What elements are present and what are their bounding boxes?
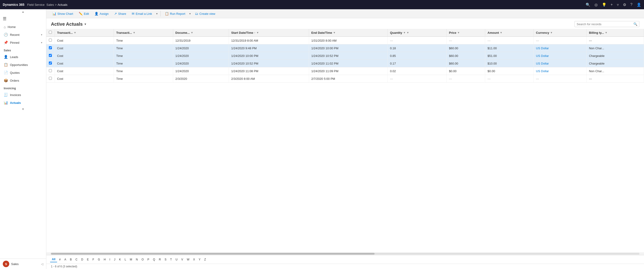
horizontal-scrollbar[interactable] <box>46 252 644 255</box>
row-checkbox[interactable] <box>49 77 52 80</box>
pagination-letter-P[interactable]: P <box>146 257 151 262</box>
row-checkbox[interactable] <box>49 69 52 72</box>
share-button[interactable]: ↗ Share <box>112 11 128 17</box>
pagination-letter-F[interactable]: F <box>90 257 96 262</box>
filter-icon[interactable]: ▼ <box>256 31 259 34</box>
pagination-letter-R[interactable]: R <box>157 257 163 262</box>
app-logo[interactable]: Dynamics 365 <box>3 3 24 6</box>
sidebar-item-leads[interactable]: 👤 Leads <box>0 53 46 61</box>
pagination-letter-G[interactable]: G <box>96 257 102 262</box>
sidebar-item-recent[interactable]: 🕐 Recent ▾ <box>0 31 46 39</box>
sidebar-item-quotes[interactable]: 📄 Quotes <box>0 69 46 77</box>
sidebar-item-actuals[interactable]: 📊 Actuals <box>0 99 46 107</box>
pagination-letter-All[interactable]: All <box>50 257 57 262</box>
sidebar-item-home[interactable]: ⌂ Home <box>0 23 46 31</box>
pagination-letter-K[interactable]: K <box>117 257 123 262</box>
sidebar-item-invoices[interactable]: 🧾 Invoices <box>0 91 46 99</box>
actuals-table: Transacti... ▼ Transacti... ▼ <box>46 29 644 83</box>
header-end-datetime: End Date/Time ▼ <box>309 29 388 36</box>
table-row[interactable]: Cost Time 1/24/2020 1/24/2020 10:00 PM 1… <box>46 52 644 60</box>
pagination-letter-B[interactable]: B <box>68 257 74 262</box>
pagination-letter-A[interactable]: A <box>62 257 68 262</box>
pagination-letter-M[interactable]: M <box>128 257 134 262</box>
sidebar-scroll-down[interactable]: ▼ <box>0 107 46 112</box>
table-row[interactable]: Cost Time 2/3/2020 2/3/2020 8:00 AM 2/7/… <box>46 75 644 83</box>
pagination-letter-O[interactable]: O <box>140 257 146 262</box>
billing-type-cell: --- <box>586 75 644 83</box>
gear-icon[interactable]: ⚙ <box>623 2 626 7</box>
filter-icon[interactable]: ▿ <box>617 2 619 7</box>
pagination-letter-T[interactable]: T <box>168 257 174 262</box>
filter-icon[interactable]: ▼ <box>133 31 136 34</box>
pagination-letter-E[interactable]: E <box>85 257 90 262</box>
search-box[interactable]: 🔍 <box>574 21 639 27</box>
filter-icon[interactable]: ▼ <box>605 31 608 34</box>
table-row[interactable]: Cost Time 1/24/2020 1/24/2020 9:48 PM 1/… <box>46 44 644 52</box>
email-link-button[interactable]: ✉ Email a Link <box>130 11 154 17</box>
pagination-letter-D[interactable]: D <box>80 257 85 262</box>
pagination-letter-V[interactable]: V <box>180 257 185 262</box>
pagination-letter-Y[interactable]: Y <box>197 257 202 262</box>
scroll-thumb[interactable] <box>51 253 374 255</box>
help-icon[interactable]: ? <box>630 2 632 7</box>
start-datetime-cell: 1/24/2020 10:00 PM <box>229 52 309 60</box>
pagination-letter-S[interactable]: S <box>163 257 168 262</box>
run-report-button[interactable]: 📋 Run Report <box>162 11 188 17</box>
billing-type-cell: Non Char... <box>586 67 644 75</box>
transaction-category-cell: Cost <box>55 44 114 52</box>
filter-icon[interactable]: ▼ <box>74 31 76 34</box>
sidebar-chevron-icon[interactable]: ◁ <box>41 262 43 266</box>
pagination-letter-I[interactable]: I <box>108 257 112 262</box>
bulb-icon[interactable]: 💡 <box>602 2 606 7</box>
filter-icon[interactable]: ▼ <box>457 31 460 34</box>
pagination-letter-W[interactable]: W <box>185 257 191 262</box>
table-row[interactable]: Cost Time 1/24/2020 1/24/2020 11:08 PM 1… <box>46 67 644 75</box>
filter-icon-2[interactable]: ▼ <box>406 31 409 34</box>
filter-icon[interactable]: ▼ <box>191 31 193 34</box>
select-all-checkbox[interactable] <box>49 31 52 34</box>
sidebar-item-opportunities[interactable]: 📋 Opportunities <box>0 61 46 69</box>
pagination-letter-L[interactable]: L <box>123 257 128 262</box>
row-checkbox[interactable] <box>49 61 52 64</box>
row-checkbox[interactable] <box>49 39 52 42</box>
pagination-letter-Z[interactable]: Z <box>202 257 208 262</box>
pagination-letter-N[interactable]: N <box>134 257 140 262</box>
user-icon[interactable]: 👤 <box>636 2 641 7</box>
sidebar-bottom: S Sales ◁ <box>0 259 46 269</box>
filter-icon[interactable]: ▼ <box>500 31 502 34</box>
app-name[interactable]: Field Service <box>27 3 44 6</box>
row-checkbox[interactable] <box>49 46 52 49</box>
target-icon[interactable]: ◎ <box>594 2 598 7</box>
assign-button[interactable]: 👤 Assign <box>92 11 111 17</box>
sidebar-item-orders[interactable]: 📦 Orders <box>0 77 46 84</box>
sort-asc-icon[interactable]: ↑ <box>254 31 256 34</box>
filter-icon[interactable]: ▼ <box>333 31 336 34</box>
row-checkbox-cell <box>46 44 55 52</box>
pagination-letter-C[interactable]: C <box>74 257 80 262</box>
run-report-chevron[interactable]: ▾ <box>188 11 192 16</box>
breadcrumb-sales[interactable]: Sales <box>46 3 54 6</box>
row-checkbox[interactable] <box>49 54 52 57</box>
billing-type-cell: Chargeable <box>586 60 644 67</box>
filter-icon[interactable]: ▼ <box>403 31 406 34</box>
more-button[interactable]: ▾ <box>155 11 158 16</box>
filter-icon[interactable]: ▼ <box>550 31 552 34</box>
plus-icon[interactable]: + <box>611 2 613 7</box>
sidebar-item-pinned[interactable]: 📌 Pinned ▾ <box>0 39 46 46</box>
table-row[interactable]: Cost Time 12/31/2019 12/31/2019 8:00 AM … <box>46 36 644 44</box>
sidebar-toggle[interactable]: ☰ <box>0 14 46 23</box>
search-icon[interactable]: 🔍 <box>586 2 590 7</box>
pagination-letter-J[interactable]: J <box>112 257 117 262</box>
pagination-letter-U[interactable]: U <box>174 257 180 262</box>
view-title-chevron-icon[interactable]: ▾ <box>84 22 86 26</box>
edit-button[interactable]: ✏️ Edit <box>76 11 91 17</box>
table-row[interactable]: Cost Time 1/24/2020 1/24/2020 10:52 PM 1… <box>46 60 644 67</box>
pagination-letter-X[interactable]: X <box>191 257 197 262</box>
pagination-letter-H[interactable]: H <box>102 257 108 262</box>
show-chart-button[interactable]: 📊 Show Chart <box>50 11 76 17</box>
pagination-letter-Q[interactable]: Q <box>151 257 157 262</box>
search-input[interactable] <box>577 22 633 26</box>
pagination-letter-#[interactable]: # <box>57 257 62 262</box>
sidebar-scroll-up[interactable]: ▲ <box>0 9 46 14</box>
create-view-button[interactable]: 🗂 Create view <box>192 11 218 17</box>
